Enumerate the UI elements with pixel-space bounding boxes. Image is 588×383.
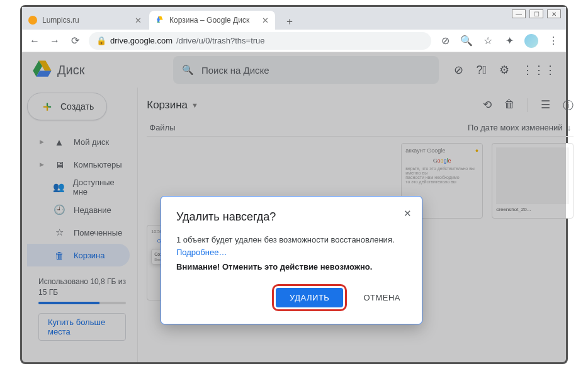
reload-icon[interactable]: ⟳ [69, 35, 81, 47]
tab-strip: Lumpics.ru ✕ Корзина – Google Диск ✕ ＋ [22, 7, 566, 30]
zoom-icon[interactable]: 🔍 [460, 35, 473, 47]
tab-close-icon[interactable]: ✕ [262, 16, 269, 25]
drive-favicon-icon [155, 15, 164, 26]
window-close-button[interactable]: ✕ [547, 9, 561, 18]
lock-icon: 🔒 [96, 36, 106, 45]
window-maximize-button[interactable]: ☐ [529, 9, 543, 18]
highlight-annotation: УДАЛИТЬ [272, 284, 347, 311]
dialog-body-text: 1 объект будет удален без возможности во… [176, 235, 395, 244]
browser-tab-drive[interactable]: Корзина – Google Диск ✕ [149, 11, 275, 30]
dialog-close-button[interactable]: ✕ [404, 208, 412, 219]
favicon-icon [28, 16, 37, 25]
bookmark-icon[interactable]: ☆ [482, 35, 494, 47]
tab-title: Lumpics.ru [42, 16, 79, 25]
tab-title: Корзина – Google Диск [169, 16, 249, 25]
url-input[interactable]: 🔒 drive.google.com/drive/u/0/trash?ths=t… [89, 32, 431, 50]
tab-close-icon[interactable]: ✕ [135, 16, 142, 25]
delete-forever-dialog: Удалить навсегда? ✕ 1 объект будет удале… [161, 196, 422, 324]
share-icon[interactable]: ⊘ [439, 35, 451, 47]
extensions-icon[interactable]: ✦ [503, 35, 516, 47]
delete-confirm-button[interactable]: УДАЛИТЬ [276, 288, 343, 307]
sort-arrow-icon[interactable]: ↓ [567, 123, 572, 132]
forward-icon[interactable]: → [48, 35, 61, 47]
learn-more-link[interactable]: Подробнее… [176, 248, 227, 257]
back-icon[interactable]: ← [28, 35, 41, 47]
address-bar: ← → ⟳ 🔒 drive.google.com/drive/u/0/trash… [22, 30, 566, 52]
cancel-button[interactable]: ОТМЕНА [357, 288, 407, 307]
new-tab-button[interactable]: ＋ [281, 13, 298, 30]
dialog-warning: Внимание! Отменить это действие невозмож… [176, 262, 407, 272]
menu-icon[interactable]: ⋮ [547, 35, 560, 47]
dialog-title: Удалить навсегда? [176, 210, 407, 224]
browser-tab-lumpics[interactable]: Lumpics.ru ✕ [22, 11, 148, 30]
window-minimize-button[interactable]: — [512, 9, 526, 18]
url-host: drive.google.com [110, 36, 172, 45]
url-path: /drive/u/0/trash?ths=true [176, 36, 265, 45]
profile-avatar[interactable] [524, 34, 538, 48]
